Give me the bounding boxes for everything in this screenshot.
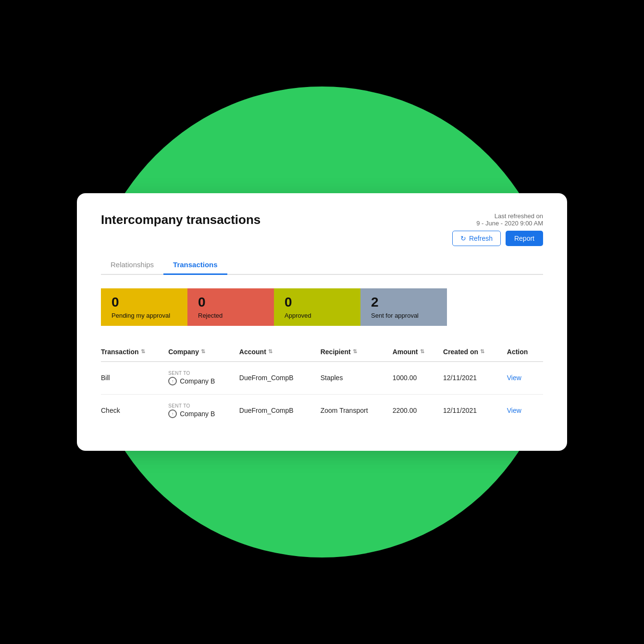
cell-transaction-1: Check [101, 394, 168, 427]
table-header-row: Transaction ⇅ Company ⇅ Account ⇅ [101, 343, 543, 362]
transactions-table: Transaction ⇅ Company ⇅ Account ⇅ [101, 343, 543, 427]
table-row: Bill SENT TO Company B DueFrom_CompB Sta… [101, 361, 543, 394]
status-card-rejected[interactable]: 0 Rejected [187, 288, 274, 326]
table-row: Check SENT TO Company B DueFrom_CompB Zo… [101, 394, 543, 427]
sort-icon-created-on[interactable]: ⇅ [480, 348, 484, 355]
col-amount: Amount ⇅ [393, 343, 443, 362]
cell-created-on-1: 12/11/2021 [443, 394, 507, 427]
last-refreshed: Last refreshed on 9 - June - 2020 9:00 A… [476, 212, 543, 227]
col-transaction: Transaction ⇅ [101, 343, 168, 362]
col-company: Company ⇅ [168, 343, 239, 362]
cell-action-1: View [507, 394, 543, 427]
refresh-icon: ↻ [460, 235, 466, 242]
cell-transaction-0: Bill [101, 361, 168, 394]
header-buttons: ↻ Refresh Report [452, 231, 543, 246]
status-card-pending[interactable]: 0 Pending my approval [101, 288, 187, 326]
tabs-container: Relationships Transactions [101, 256, 543, 275]
cell-created-on-0: 12/11/2021 [443, 361, 507, 394]
sort-icon-company[interactable]: ⇅ [201, 348, 205, 355]
col-created-on: Created on ⇅ [443, 343, 507, 362]
card-header: Intercompany transactions Last refreshed… [101, 212, 543, 246]
refresh-button[interactable]: ↻ Refresh [452, 231, 501, 246]
cell-account-1: DueFrom_CompB [239, 394, 321, 427]
company-icon-1 [168, 409, 177, 418]
status-card-sent[interactable]: 2 Sent for approval [360, 288, 447, 326]
sort-icon-recipient[interactable]: ⇅ [353, 348, 357, 355]
status-card-approved[interactable]: 0 Approved [274, 288, 360, 326]
page-title: Intercompany transactions [101, 212, 260, 227]
cell-account-0: DueFrom_CompB [239, 361, 321, 394]
cell-action-0: View [507, 361, 543, 394]
main-card: Intercompany transactions Last refreshed… [77, 193, 567, 451]
sort-icon-account[interactable]: ⇅ [268, 348, 272, 355]
cell-amount-0: 1000.00 [393, 361, 443, 394]
view-link-0[interactable]: View [507, 374, 521, 382]
col-action: Action [507, 343, 543, 362]
sort-icon-transaction[interactable]: ⇅ [141, 348, 145, 355]
report-button[interactable]: Report [506, 231, 543, 246]
col-recipient: Recipient ⇅ [321, 343, 393, 362]
cell-company-1: SENT TO Company B [168, 394, 239, 427]
company-icon-0 [168, 377, 177, 385]
sort-icon-amount[interactable]: ⇅ [420, 348, 424, 355]
cell-amount-1: 2200.00 [393, 394, 443, 427]
header-right: Last refreshed on 9 - June - 2020 9:00 A… [452, 212, 543, 246]
status-cards: 0 Pending my approval 0 Rejected 0 Appro… [101, 288, 466, 326]
col-account: Account ⇅ [239, 343, 321, 362]
tab-transactions[interactable]: Transactions [163, 256, 227, 275]
cell-recipient-0: Staples [321, 361, 393, 394]
cell-recipient-1: Zoom Transport [321, 394, 393, 427]
cell-company-0: SENT TO Company B [168, 361, 239, 394]
view-link-1[interactable]: View [507, 407, 521, 414]
tab-relationships[interactable]: Relationships [101, 256, 163, 275]
